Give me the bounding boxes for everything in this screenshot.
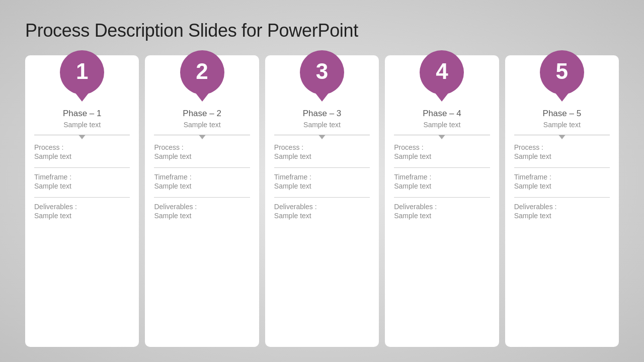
timeframe-block-5: Timeframe : Sample text xyxy=(514,173,610,190)
divider-timeframe-2 xyxy=(154,197,250,198)
process-value-5: Sample text xyxy=(514,152,610,160)
process-block-4: Process : Sample text xyxy=(394,143,490,160)
timeframe-value-4: Sample text xyxy=(394,182,490,190)
arrow-icon-4 xyxy=(438,135,445,139)
phase-number-2: 2 xyxy=(196,60,208,82)
divider-timeframe-4 xyxy=(394,197,490,198)
phase-sample-1: Sample text xyxy=(34,121,130,129)
deliverables-block-5: Deliverables : Sample text xyxy=(514,203,610,220)
timeframe-value-2: Sample text xyxy=(154,182,250,190)
divider-process-1 xyxy=(34,167,130,168)
process-value-4: Sample text xyxy=(394,152,490,160)
pin-bubble-1: 1 xyxy=(60,50,104,95)
divider-timeframe-5 xyxy=(514,197,610,198)
timeframe-label-2: Timeframe : xyxy=(154,173,250,181)
process-block-5: Process : Sample text xyxy=(514,143,610,160)
phase-number-1: 1 xyxy=(76,60,88,82)
phase-sample-3: Sample text xyxy=(274,121,370,129)
card-3: 3 Phase – 3 Sample text Process : Sample… xyxy=(265,55,379,347)
process-label-5: Process : xyxy=(514,143,610,151)
divider-arrow-1 xyxy=(34,135,130,139)
phase-title-3: Phase – 3 xyxy=(274,109,370,119)
phase-number-4: 4 xyxy=(436,60,448,82)
arrow-icon-3 xyxy=(318,135,326,139)
arrow-icon-1 xyxy=(78,135,86,139)
divider-process-3 xyxy=(274,167,370,168)
card-5: 5 Phase – 5 Sample text Process : Sample… xyxy=(505,55,619,347)
page-title: Process Description Slides for PowerPoin… xyxy=(25,20,358,41)
process-label-3: Process : xyxy=(274,143,370,151)
phase-sample-2: Sample text xyxy=(154,121,250,129)
deliverables-value-2: Sample text xyxy=(154,212,250,220)
phase-section-4: Phase – 4 Sample text xyxy=(394,109,490,129)
divider-process-2 xyxy=(154,167,250,168)
deliverables-value-1: Sample text xyxy=(34,212,130,220)
process-label-1: Process : xyxy=(34,143,130,151)
divider-arrow-2 xyxy=(154,135,250,139)
deliverables-block-2: Deliverables : Sample text xyxy=(154,203,250,220)
arrow-icon-5 xyxy=(558,135,566,139)
phase-title-5: Phase – 5 xyxy=(514,109,610,119)
deliverables-value-3: Sample text xyxy=(274,212,370,220)
timeframe-label-4: Timeframe : xyxy=(394,173,490,181)
deliverables-block-4: Deliverables : Sample text xyxy=(394,203,490,220)
pin-bubble-3: 3 xyxy=(300,50,344,95)
process-value-3: Sample text xyxy=(274,152,370,160)
card-2: 2 Phase – 2 Sample text Process : Sample… xyxy=(145,55,259,347)
pin-bubble-4: 4 xyxy=(420,50,464,95)
process-block-3: Process : Sample text xyxy=(274,143,370,160)
process-block-2: Process : Sample text xyxy=(154,143,250,160)
pin-bubble-5: 5 xyxy=(540,50,584,95)
timeframe-value-1: Sample text xyxy=(34,182,130,190)
phase-sample-5: Sample text xyxy=(514,121,610,129)
phase-title-4: Phase – 4 xyxy=(394,109,490,119)
arrow-icon-2 xyxy=(199,135,206,139)
deliverables-label-3: Deliverables : xyxy=(274,203,370,211)
timeframe-label-3: Timeframe : xyxy=(274,173,370,181)
phase-sample-4: Sample text xyxy=(394,121,490,129)
divider-timeframe-1 xyxy=(34,197,130,198)
timeframe-block-2: Timeframe : Sample text xyxy=(154,173,250,190)
divider-process-4 xyxy=(394,167,490,168)
process-block-1: Process : Sample text xyxy=(34,143,130,160)
card-1: 1 Phase – 1 Sample text Process : Sample… xyxy=(25,55,139,347)
timeframe-label-1: Timeframe : xyxy=(34,173,130,181)
divider-arrow-4 xyxy=(394,135,490,139)
process-value-2: Sample text xyxy=(154,152,250,160)
divider-timeframe-3 xyxy=(274,197,370,198)
divider-arrow-3 xyxy=(274,135,370,139)
process-label-4: Process : xyxy=(394,143,490,151)
timeframe-value-5: Sample text xyxy=(514,182,610,190)
timeframe-value-3: Sample text xyxy=(274,182,370,190)
phase-title-1: Phase – 1 xyxy=(34,109,130,119)
deliverables-value-4: Sample text xyxy=(394,212,490,220)
phase-section-5: Phase – 5 Sample text xyxy=(514,109,610,129)
phase-section-1: Phase – 1 Sample text xyxy=(34,109,130,129)
timeframe-label-5: Timeframe : xyxy=(514,173,610,181)
timeframe-block-1: Timeframe : Sample text xyxy=(34,173,130,190)
deliverables-block-3: Deliverables : Sample text xyxy=(274,203,370,220)
phase-number-3: 3 xyxy=(316,60,328,82)
phase-section-2: Phase – 2 Sample text xyxy=(154,109,250,129)
process-label-2: Process : xyxy=(154,143,250,151)
process-value-1: Sample text xyxy=(34,152,130,160)
deliverables-label-5: Deliverables : xyxy=(514,203,610,211)
cards-container: 1 Phase – 1 Sample text Process : Sample… xyxy=(25,55,619,347)
timeframe-block-3: Timeframe : Sample text xyxy=(274,173,370,190)
divider-arrow-5 xyxy=(514,135,610,139)
divider-process-5 xyxy=(514,167,610,168)
deliverables-label-4: Deliverables : xyxy=(394,203,490,211)
deliverables-label-2: Deliverables : xyxy=(154,203,250,211)
card-4: 4 Phase – 4 Sample text Process : Sample… xyxy=(385,55,499,347)
phase-title-2: Phase – 2 xyxy=(154,109,250,119)
deliverables-label-1: Deliverables : xyxy=(34,203,130,211)
deliverables-value-5: Sample text xyxy=(514,212,610,220)
phase-section-3: Phase – 3 Sample text xyxy=(274,109,370,129)
pin-bubble-2: 2 xyxy=(180,50,224,95)
deliverables-block-1: Deliverables : Sample text xyxy=(34,203,130,220)
phase-number-5: 5 xyxy=(556,60,568,82)
timeframe-block-4: Timeframe : Sample text xyxy=(394,173,490,190)
